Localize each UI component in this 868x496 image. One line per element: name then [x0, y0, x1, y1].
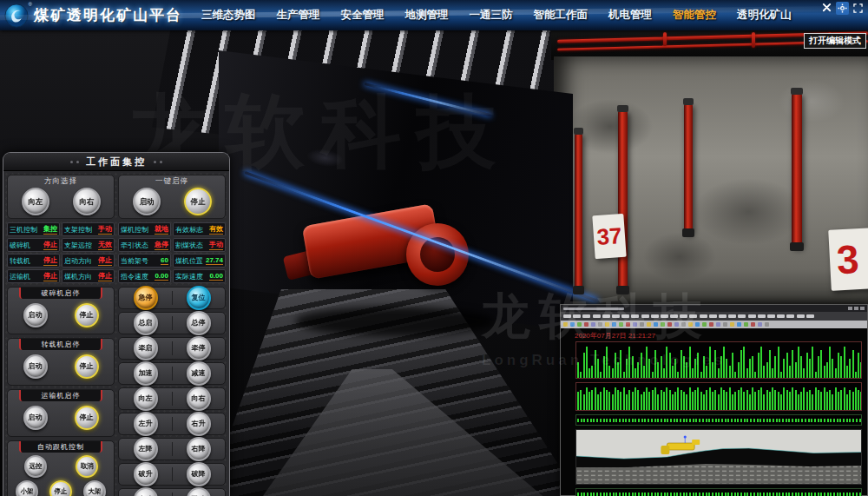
toolbar-icon[interactable]	[730, 322, 734, 327]
round-button[interactable]: 停止	[49, 480, 72, 496]
nav-item[interactable]: 透明化矿山	[737, 8, 792, 23]
close-icon[interactable]	[860, 307, 865, 310]
round-button[interactable]: 启动	[23, 406, 48, 430]
menu-item[interactable]	[651, 314, 659, 318]
nav-item[interactable]: 机电管理	[608, 8, 652, 23]
toolbar-icon[interactable]	[695, 322, 700, 327]
round-button[interactable]: 急停	[134, 286, 158, 310]
menu-item[interactable]	[748, 314, 756, 318]
tools-icon[interactable]	[820, 2, 833, 15]
round-button[interactable]: 向右	[73, 188, 101, 215]
round-button[interactable]: 总停	[187, 311, 211, 335]
round-button[interactable]: 启动	[133, 188, 161, 215]
toolbar-icon[interactable]	[647, 322, 651, 327]
round-button[interactable]: 破降	[187, 462, 211, 486]
gear-icon[interactable]	[836, 2, 849, 15]
round-button[interactable]: 右升	[187, 412, 211, 436]
toolbar-icon[interactable]	[640, 322, 644, 327]
menu-item[interactable]	[563, 314, 571, 318]
menu-item[interactable]	[641, 314, 649, 318]
round-button[interactable]: 破升	[134, 462, 158, 486]
toolbar-icon[interactable]	[619, 322, 623, 327]
nav-item[interactable]: 三维态势图	[201, 8, 256, 23]
round-button[interactable]: 停止	[75, 406, 99, 430]
open-edit-mode-button[interactable]: 打开编辑模式	[804, 33, 866, 49]
toolbar-icon[interactable]	[737, 322, 741, 327]
round-button[interactable]: 左升	[134, 412, 158, 436]
round-button[interactable]: 加速	[134, 361, 158, 386]
nav-item[interactable]: 一通三防	[470, 8, 513, 23]
nav-item[interactable]: 安全管理	[341, 8, 385, 23]
toolbar-icon[interactable]	[563, 322, 568, 327]
toolbar-icon[interactable]	[765, 322, 769, 327]
toolbar-icon[interactable]	[584, 322, 589, 327]
menu-item[interactable]	[689, 314, 697, 318]
menu-item[interactable]	[602, 314, 610, 318]
toolbar-icon[interactable]	[758, 322, 762, 327]
toolbar-icon[interactable]	[674, 322, 679, 327]
menu-item[interactable]	[621, 314, 629, 318]
round-button[interactable]: 小架	[16, 480, 38, 496]
menu-item[interactable]	[728, 314, 736, 318]
menu-item[interactable]	[680, 314, 687, 318]
menu-item[interactable]	[738, 314, 746, 318]
toolbar-icon[interactable]	[577, 322, 582, 327]
round-button[interactable]: 复位	[187, 286, 211, 310]
toolbar-icon[interactable]	[688, 322, 693, 327]
toolbar-icon[interactable]	[570, 322, 575, 327]
toolbar-icon[interactable]	[661, 322, 665, 327]
menu-item[interactable]	[806, 314, 814, 318]
menu-item[interactable]	[767, 314, 775, 318]
round-button[interactable]: 取消	[76, 455, 98, 478]
menu-item[interactable]	[786, 314, 794, 318]
round-button[interactable]: 远控	[24, 455, 47, 478]
toolbar-icon[interactable]	[612, 322, 616, 327]
toolbar-icon[interactable]	[702, 322, 707, 327]
nav-item[interactable]: 智能工作面	[534, 8, 589, 23]
round-button[interactable]: 启动	[23, 354, 48, 379]
round-button[interactable]: 停止	[75, 303, 99, 327]
toolbar-icon[interactable]	[654, 322, 658, 327]
nav-item[interactable]: 智能管控	[673, 8, 716, 23]
round-button[interactable]: 手动	[187, 487, 211, 496]
menu-item[interactable]	[612, 314, 620, 318]
menu-item[interactable]	[797, 314, 805, 318]
menu-item[interactable]	[661, 314, 668, 318]
menu-item[interactable]	[700, 314, 707, 318]
toolbar-icon[interactable]	[633, 322, 637, 327]
round-button[interactable]: 向右	[187, 387, 211, 411]
menu-item[interactable]	[777, 314, 785, 318]
toolbar-icon[interactable]	[591, 322, 595, 327]
round-button[interactable]: 左降	[134, 437, 158, 461]
round-button[interactable]: 自动	[134, 487, 158, 496]
toolbar-icon[interactable]	[626, 322, 630, 327]
menu-item[interactable]	[719, 314, 727, 318]
round-button[interactable]: 牵启	[134, 336, 158, 360]
toolbar-icon[interactable]	[716, 322, 720, 327]
menu-item[interactable]	[709, 314, 717, 318]
menu-item[interactable]	[573, 314, 581, 318]
round-button[interactable]: 向左	[22, 188, 49, 215]
round-button[interactable]: 减速	[187, 361, 211, 386]
toolbar-icon[interactable]	[723, 322, 727, 327]
menu-item[interactable]	[758, 314, 766, 318]
round-button[interactable]: 牵停	[187, 336, 211, 360]
nav-item[interactable]: 生产管理	[277, 8, 320, 23]
toolbar-icon[interactable]	[681, 322, 686, 327]
round-button[interactable]: 停止	[184, 188, 212, 215]
round-button[interactable]: 向左	[134, 387, 158, 411]
toolbar-icon[interactable]	[598, 322, 602, 327]
toolbar-icon[interactable]	[709, 322, 713, 327]
menu-item[interactable]	[670, 314, 678, 318]
fullscreen-icon[interactable]	[852, 2, 865, 15]
minimize-icon[interactable]	[848, 307, 852, 310]
toolbar-icon[interactable]	[744, 322, 748, 327]
toolbar-icon[interactable]	[605, 322, 609, 327]
toolbar-icon[interactable]	[751, 322, 755, 327]
menu-item[interactable]	[631, 314, 639, 318]
maximize-icon[interactable]	[854, 307, 858, 310]
nav-item[interactable]: 地测管理	[405, 8, 449, 23]
menu-item[interactable]	[582, 314, 590, 318]
round-button[interactable]: 总启	[134, 311, 158, 335]
round-button[interactable]: 停止	[75, 354, 99, 379]
